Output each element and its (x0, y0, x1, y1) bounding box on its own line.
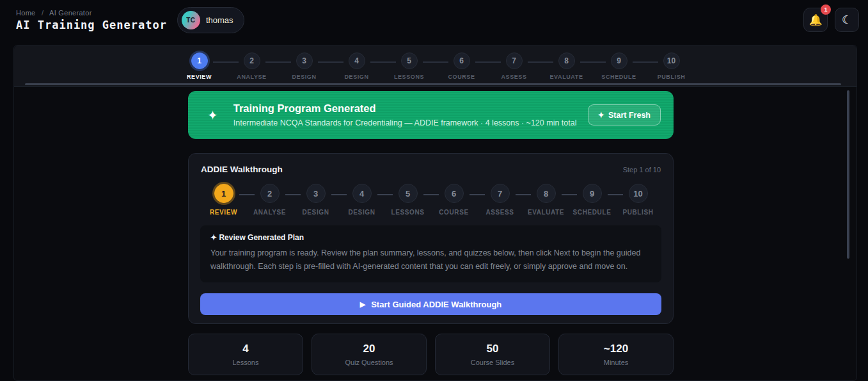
notification-badge: 1 (821, 4, 831, 15)
step-number: 3 (296, 53, 313, 69)
step-number: 1 (214, 184, 233, 203)
step-connector (370, 61, 396, 63)
sparkle-icon: ✦ (598, 110, 604, 120)
start-fresh-button[interactable]: ✦ Start Fresh (588, 104, 661, 126)
step-label: ASSESS (485, 209, 514, 216)
step-number: 9 (611, 53, 627, 69)
step-number: 9 (583, 184, 602, 203)
bell-icon: 🔔 (809, 13, 822, 27)
page-title: AI Training Generator (16, 19, 167, 31)
step-label: DESIGN (349, 209, 375, 216)
theme-toggle-button[interactable]: ☾ (835, 8, 859, 32)
step-label: REVIEW (210, 209, 237, 216)
breadcrumb-home[interactable]: Home (16, 9, 36, 17)
card-header: ADDIE Walkthrough Step 1 of 10 (189, 154, 673, 174)
step-number: 4 (352, 184, 372, 203)
main-panel: 1 REVIEW 2 ANALYSE 3 DESIGN 4 DESIGN 5 L… (13, 45, 857, 381)
step-label: PUBLISH (622, 209, 653, 216)
step-connector (516, 194, 531, 195)
play-icon: ▶ (360, 300, 365, 309)
step-number: 10 (663, 53, 680, 69)
moon-icon: ☾ (842, 13, 852, 27)
step-label: LESSONS (394, 74, 424, 80)
top-step-assess[interactable]: 7 ASSESS (501, 53, 528, 80)
step-label: ANALYSE (253, 209, 286, 216)
review-plan-body: Your training program is ready. Review t… (210, 247, 651, 273)
stat-value: 50 (487, 343, 499, 355)
sparkle-icon: ✦ (207, 108, 218, 123)
step-number: 5 (401, 53, 418, 69)
top-step-analyse[interactable]: 2 ANALYSE (239, 53, 265, 80)
card-step-review[interactable]: 1 REVIEW (209, 184, 239, 216)
card-step-lessons[interactable]: 5 LESSONS (393, 184, 423, 216)
step-number: 3 (306, 184, 326, 203)
step-connector (608, 194, 623, 195)
breadcrumb: Home / AI Generator (16, 9, 167, 17)
stat-label: Course Slides (471, 359, 514, 366)
top-step-review[interactable]: 1 REVIEW (186, 53, 213, 80)
vertical-scrollbar[interactable] (847, 90, 849, 259)
banner-subtitle: Intermediate NCQA Standards for Credenti… (233, 118, 577, 127)
step-number: 7 (491, 184, 510, 203)
stat-card-minutes: ~120 Minutes (558, 334, 674, 375)
card-step-evaluate[interactable]: 8 EVALUATE (531, 184, 562, 216)
top-step-course[interactable]: 6 COURSE (448, 53, 475, 80)
step-connector (213, 61, 239, 63)
breadcrumb-separator: / (42, 9, 43, 17)
step-connector (377, 194, 393, 195)
top-step-design2[interactable]: 4 DESIGN (343, 53, 370, 80)
card-step-course[interactable]: 6 COURSE (439, 184, 470, 216)
top-step-evaluate[interactable]: 8 EVALUATE (553, 53, 580, 80)
stat-value: 4 (242, 343, 248, 355)
stat-card-quiz-questions: 20 Quiz Questions (312, 334, 427, 375)
step-connector (318, 61, 343, 63)
card-step-schedule[interactable]: 9 SCHEDULE (577, 184, 608, 216)
step-label: REVIEW (187, 74, 212, 80)
top-step-lessons[interactable]: 5 LESSONS (396, 53, 423, 80)
card-step-assess[interactable]: 7 ASSESS (485, 184, 516, 216)
user-menu[interactable]: TC thomas (177, 7, 244, 33)
step-label: DESIGN (344, 74, 368, 80)
horizontal-scrollbar[interactable] (25, 83, 841, 85)
step-number: 2 (244, 53, 260, 69)
stat-label: Quiz Questions (345, 359, 393, 366)
top-stepper: 1 REVIEW 2 ANALYSE 3 DESIGN 4 DESIGN 5 L… (186, 53, 685, 80)
step-label: ANALYSE (237, 74, 266, 80)
review-plan-panel: ✦ Review Generated Plan Your training pr… (200, 225, 661, 282)
header-actions: 🔔 1 ☾ (803, 8, 859, 32)
step-number: 6 (454, 53, 470, 69)
step-label: SCHEDULE (573, 209, 612, 216)
step-number: 7 (506, 53, 523, 69)
start-walkthrough-label: Start Guided ADDIE Walkthrough (371, 300, 501, 309)
card-step-design2[interactable]: 4 DESIGN (347, 184, 377, 216)
header-left: Home / AI Generator AI Training Generato… (16, 9, 167, 31)
step-indicator: Step 1 of 10 (623, 166, 661, 174)
stat-card-lessons: 4 Lessons (188, 334, 303, 375)
step-number: 8 (558, 53, 575, 69)
top-step-design[interactable]: 3 DESIGN (291, 53, 318, 80)
step-connector (633, 61, 658, 63)
review-plan-heading: ✦ Review Generated Plan (210, 233, 651, 242)
banner-text: Training Program Generated Intermediate … (233, 102, 577, 127)
top-step-publish[interactable]: 10 PUBLISH (658, 53, 685, 80)
top-step-schedule[interactable]: 9 SCHEDULE (606, 53, 633, 80)
banner-title: Training Program Generated (233, 102, 577, 115)
start-fresh-label: Start Fresh (608, 111, 651, 120)
step-label: SCHEDULE (601, 74, 636, 80)
card-step-analyse[interactable]: 2 ANALYSE (255, 184, 285, 216)
step-label: LESSONS (391, 209, 425, 216)
step-label: ASSESS (501, 74, 526, 80)
stat-card-course-slides: 50 Course Slides (435, 334, 550, 375)
start-walkthrough-button[interactable]: ▶ Start Guided ADDIE Walkthrough (200, 293, 661, 315)
card-step-publish[interactable]: 10 PUBLISH (623, 184, 654, 216)
step-number: 2 (260, 184, 280, 203)
step-connector (562, 194, 577, 195)
stat-label: Lessons (233, 359, 259, 366)
breadcrumb-section[interactable]: AI Generator (49, 9, 92, 17)
notifications-button[interactable]: 🔔 1 (803, 8, 828, 32)
step-number: 6 (445, 184, 464, 203)
step-connector (528, 61, 553, 63)
card-stepper: 1 REVIEW 2 ANALYSE 3 DESIGN 4 DESIGN 5 L… (189, 184, 673, 216)
card-step-design[interactable]: 3 DESIGN (301, 184, 331, 216)
step-label: COURSE (439, 209, 468, 216)
